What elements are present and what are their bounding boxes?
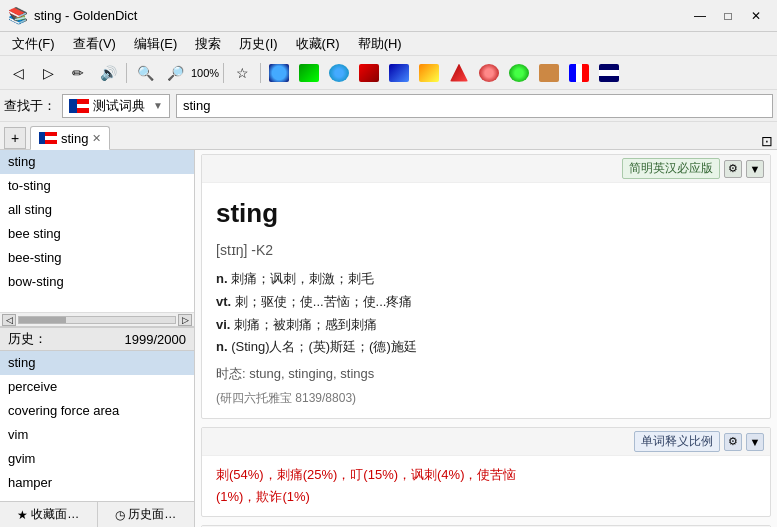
history-item[interactable]: gvim [0,447,194,471]
history-panel-icon: ◷ [115,508,125,522]
toolbar-sep-3 [260,63,261,83]
dict-icon-7[interactable] [445,60,473,86]
scroll-left-arrow[interactable]: ◁ [2,314,16,326]
add-tab-button[interactable]: + [4,127,26,149]
menu-edit[interactable]: 编辑(E) [126,33,185,55]
search-label: 查找于： [4,97,56,115]
dict-icon-6[interactable] [415,60,443,86]
history-item[interactable]: vim [0,423,194,447]
edit-button[interactable]: ✏ [64,60,92,86]
menu-search[interactable]: 搜索 [187,33,229,55]
history-panel-button[interactable]: ◷ 历史面… [98,502,195,527]
dict-name-badge-2: 单词释义比例 [634,431,720,452]
maximize-button[interactable]: □ [715,6,741,26]
definition-n2: n. (Sting)人名；(英)斯廷；(德)施廷 [216,337,756,358]
tab-sting[interactable]: sting ✕ [30,126,110,150]
dict-section-1: 简明英汉必应版 ⚙ ▼ sting [stɪŋ] -K2 n. 刺痛；讽刺，刺激… [201,154,771,419]
list-item[interactable]: to-sting [0,174,194,198]
note-line: (研四六托雅宝 8139/8803) [216,389,756,408]
history-item[interactable]: sting [0,351,194,375]
dict-icon-1[interactable] [265,60,293,86]
dict-flag-icon [69,99,89,113]
zoom-out-button[interactable]: 🔎 [161,60,189,86]
tab-label: sting [61,131,88,146]
app-icon: 📚 [8,6,28,25]
search-bar: 查找于： 测试词典 ▼ [0,90,777,122]
dict-content-1: sting [stɪŋ] -K2 n. 刺痛；讽刺，刺激；刺毛 vt. 刺；驱使… [202,183,770,418]
back-button[interactable]: ◁ [4,60,32,86]
dict-icon-9[interactable] [505,60,533,86]
favorites-panel-button[interactable]: ★ 收藏面… [0,502,98,527]
list-item[interactable]: sting [0,150,194,174]
menu-history[interactable]: 历史(I) [231,33,285,55]
search-input-wrapper [176,94,773,118]
history-item[interactable]: perceive [0,375,194,399]
dict-icon-12[interactable] [595,60,623,86]
scrollbar-track[interactable] [18,316,176,324]
history-section: 历史： 1999/2000 sting perceive covering fo… [0,327,194,501]
history-panel-label: 历史面… [128,506,176,523]
list-item[interactable]: bee-sting [0,246,194,270]
minimize-button[interactable]: — [687,6,713,26]
history-item[interactable]: hamper [0,471,194,495]
word-list[interactable]: sting to-sting all sting bee sting bee-s… [0,150,194,313]
dict-badge-btn-1[interactable]: ⚙ [724,160,742,178]
tab-bar: + sting ✕ ⊡ [0,122,777,150]
tab-close-icon[interactable]: ✕ [92,132,101,145]
tense-line: 时态: stung, stinging, stings [216,364,756,385]
dict-selector[interactable]: 测试词典 ▼ [62,94,170,118]
dict-section-2: 单词释义比例 ⚙ ▼ 刺(54%)，刺痛(25%)，叮(15%)，讽刺(4%)，… [201,427,771,517]
main-area: sting to-sting all sting bee sting bee-s… [0,150,777,527]
dict-collapse-btn-1[interactable]: ▼ [746,160,764,178]
dict-icon-5[interactable] [385,60,413,86]
dict-icon-11[interactable] [565,60,593,86]
scrollbar-thumb[interactable] [19,317,66,323]
word-list-scrollbar[interactable]: ◁ ▷ [0,313,194,327]
list-item[interactable]: all sting [0,198,194,222]
menu-bar: 文件(F) 查看(V) 编辑(E) 搜索 历史(I) 收藏(R) 帮助(H) [0,32,777,56]
dict-icon-4[interactable] [355,60,383,86]
dict-icon-10[interactable] [535,60,563,86]
scroll-right-arrow[interactable]: ▷ [178,314,192,326]
menu-favorites[interactable]: 收藏(R) [288,33,348,55]
word-list-wrapper: sting to-sting all sting bee sting bee-s… [0,150,194,327]
dict-collapse-btn-2[interactable]: ▼ [746,433,764,451]
content-panel[interactable]: 简明英汉必应版 ⚙ ▼ sting [stɪŋ] -K2 n. 刺痛；讽刺，刺激… [195,150,777,527]
close-button[interactable]: ✕ [743,6,769,26]
usage-content: 刺(54%)，刺痛(25%)，叮(15%)，讽刺(4%)，使苦恼 (1%)，欺诈… [202,456,770,516]
search-input[interactable] [176,94,773,118]
definition-n1: n. 刺痛；讽刺，刺激；刺毛 [216,269,756,290]
window-controls: — □ ✕ [687,6,769,26]
star-button[interactable]: ☆ [228,60,256,86]
dict-header-2: 单词释义比例 ⚙ ▼ [202,428,770,456]
dict-icon-2[interactable] [295,60,323,86]
history-count: 1999/2000 [125,332,186,347]
history-item[interactable]: covering force area [0,399,194,423]
menu-help[interactable]: 帮助(H) [350,33,410,55]
menu-file[interactable]: 文件(F) [4,33,63,55]
toolbar: ◁ ▷ ✏ 🔊 🔍 🔎 100% ☆ [0,56,777,90]
list-item[interactable]: bow-sting [0,270,194,294]
speaker-button[interactable]: 🔊 [94,60,122,86]
toolbar-sep-1 [126,63,127,83]
history-header: 历史： 1999/2000 [0,328,194,351]
zoom-reset-button[interactable]: 100% [191,60,219,86]
toolbar-sep-2 [223,63,224,83]
usage-red-2: (1%)，欺诈(1%) [216,489,310,504]
history-list[interactable]: sting perceive covering force area vim g… [0,351,194,501]
zoom-in-button[interactable]: 🔍 [131,60,159,86]
dict-icon-3[interactable] [325,60,353,86]
title-bar: 📚 sting - GoldenDict — □ ✕ [0,0,777,32]
favorites-label: 收藏面… [31,506,79,523]
dict-badge-btn-2[interactable]: ⚙ [724,433,742,451]
forward-button[interactable]: ▷ [34,60,62,86]
list-item[interactable]: bee sting [0,222,194,246]
pronunciation: [stɪŋ] -K2 [216,239,756,261]
tab-maximize-icon[interactable]: ⊡ [761,133,773,149]
bottom-buttons: ★ 收藏面… ◷ 历史面… [0,501,194,527]
usage-red-1: 刺(54%)，刺痛(25%)，叮(15%)，讽刺(4%)，使苦恼 [216,467,516,482]
tab-flag-icon [39,132,57,144]
dict-icon-8[interactable] [475,60,503,86]
menu-view[interactable]: 查看(V) [65,33,124,55]
dict-header-1: 简明英汉必应版 ⚙ ▼ [202,155,770,183]
